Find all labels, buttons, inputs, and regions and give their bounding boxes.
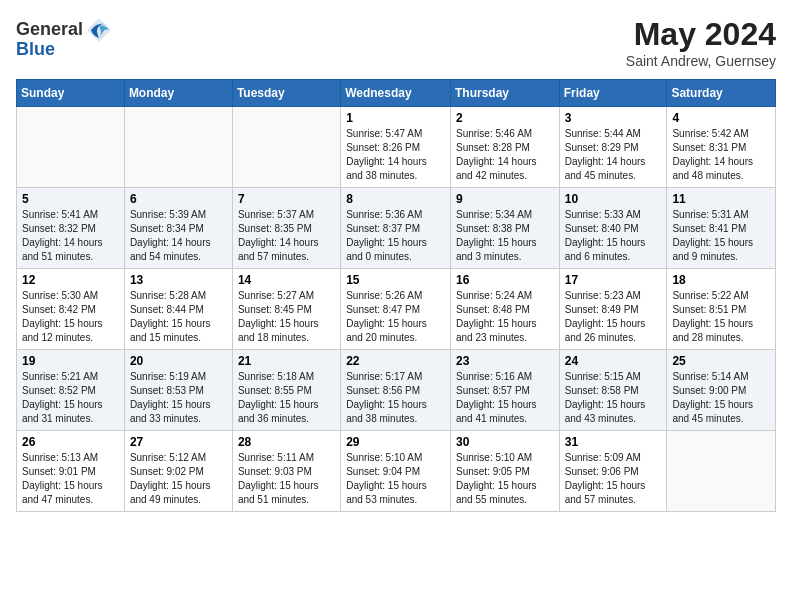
day-number: 8 xyxy=(346,192,445,206)
day-cell: 18 Sunrise: 5:22 AMSunset: 8:51 PMDaylig… xyxy=(667,269,776,350)
day-number: 3 xyxy=(565,111,662,125)
day-cell: 2 Sunrise: 5:46 AMSunset: 8:28 PMDayligh… xyxy=(450,107,559,188)
day-number: 31 xyxy=(565,435,662,449)
location: Saint Andrew, Guernsey xyxy=(626,53,776,69)
day-number: 9 xyxy=(456,192,554,206)
day-info: Sunrise: 5:42 AMSunset: 8:31 PMDaylight:… xyxy=(672,127,770,183)
day-cell xyxy=(232,107,340,188)
day-number: 30 xyxy=(456,435,554,449)
day-cell: 23 Sunrise: 5:16 AMSunset: 8:57 PMDaylig… xyxy=(450,350,559,431)
day-info: Sunrise: 5:28 AMSunset: 8:44 PMDaylight:… xyxy=(130,289,227,345)
day-number: 19 xyxy=(22,354,119,368)
day-cell: 30 Sunrise: 5:10 AMSunset: 9:05 PMDaylig… xyxy=(450,431,559,512)
day-number: 24 xyxy=(565,354,662,368)
day-info: Sunrise: 5:30 AMSunset: 8:42 PMDaylight:… xyxy=(22,289,119,345)
day-number: 6 xyxy=(130,192,227,206)
page-header: General Blue May 2024 Saint Andrew, Guer… xyxy=(16,16,776,69)
day-number: 25 xyxy=(672,354,770,368)
day-number: 26 xyxy=(22,435,119,449)
day-number: 4 xyxy=(672,111,770,125)
day-number: 22 xyxy=(346,354,445,368)
week-row-1: 1 Sunrise: 5:47 AMSunset: 8:26 PMDayligh… xyxy=(17,107,776,188)
day-info: Sunrise: 5:14 AMSunset: 9:00 PMDaylight:… xyxy=(672,370,770,426)
day-info: Sunrise: 5:21 AMSunset: 8:52 PMDaylight:… xyxy=(22,370,119,426)
day-info: Sunrise: 5:39 AMSunset: 8:34 PMDaylight:… xyxy=(130,208,227,264)
day-number: 16 xyxy=(456,273,554,287)
day-cell: 28 Sunrise: 5:11 AMSunset: 9:03 PMDaylig… xyxy=(232,431,340,512)
week-row-3: 12 Sunrise: 5:30 AMSunset: 8:42 PMDaylig… xyxy=(17,269,776,350)
day-cell: 9 Sunrise: 5:34 AMSunset: 8:38 PMDayligh… xyxy=(450,188,559,269)
day-info: Sunrise: 5:12 AMSunset: 9:02 PMDaylight:… xyxy=(130,451,227,507)
day-cell: 5 Sunrise: 5:41 AMSunset: 8:32 PMDayligh… xyxy=(17,188,125,269)
day-cell: 8 Sunrise: 5:36 AMSunset: 8:37 PMDayligh… xyxy=(341,188,451,269)
day-number: 28 xyxy=(238,435,335,449)
day-cell: 27 Sunrise: 5:12 AMSunset: 9:02 PMDaylig… xyxy=(124,431,232,512)
day-info: Sunrise: 5:13 AMSunset: 9:01 PMDaylight:… xyxy=(22,451,119,507)
day-cell xyxy=(124,107,232,188)
day-number: 7 xyxy=(238,192,335,206)
day-number: 11 xyxy=(672,192,770,206)
week-row-5: 26 Sunrise: 5:13 AMSunset: 9:01 PMDaylig… xyxy=(17,431,776,512)
calendar-table: SundayMondayTuesdayWednesdayThursdayFrid… xyxy=(16,79,776,512)
logo-blue: Blue xyxy=(16,40,55,60)
day-number: 23 xyxy=(456,354,554,368)
day-info: Sunrise: 5:16 AMSunset: 8:57 PMDaylight:… xyxy=(456,370,554,426)
day-info: Sunrise: 5:17 AMSunset: 8:56 PMDaylight:… xyxy=(346,370,445,426)
day-cell: 26 Sunrise: 5:13 AMSunset: 9:01 PMDaylig… xyxy=(17,431,125,512)
day-cell: 4 Sunrise: 5:42 AMSunset: 8:31 PMDayligh… xyxy=(667,107,776,188)
weekday-header-monday: Monday xyxy=(124,80,232,107)
day-info: Sunrise: 5:36 AMSunset: 8:37 PMDaylight:… xyxy=(346,208,445,264)
day-cell: 12 Sunrise: 5:30 AMSunset: 8:42 PMDaylig… xyxy=(17,269,125,350)
day-cell: 24 Sunrise: 5:15 AMSunset: 8:58 PMDaylig… xyxy=(559,350,667,431)
day-info: Sunrise: 5:46 AMSunset: 8:28 PMDaylight:… xyxy=(456,127,554,183)
day-number: 15 xyxy=(346,273,445,287)
logo-general: General xyxy=(16,20,83,40)
day-info: Sunrise: 5:15 AMSunset: 8:58 PMDaylight:… xyxy=(565,370,662,426)
day-cell: 3 Sunrise: 5:44 AMSunset: 8:29 PMDayligh… xyxy=(559,107,667,188)
weekday-header-sunday: Sunday xyxy=(17,80,125,107)
week-row-4: 19 Sunrise: 5:21 AMSunset: 8:52 PMDaylig… xyxy=(17,350,776,431)
day-info: Sunrise: 5:24 AMSunset: 8:48 PMDaylight:… xyxy=(456,289,554,345)
day-cell: 25 Sunrise: 5:14 AMSunset: 9:00 PMDaylig… xyxy=(667,350,776,431)
day-number: 5 xyxy=(22,192,119,206)
week-row-2: 5 Sunrise: 5:41 AMSunset: 8:32 PMDayligh… xyxy=(17,188,776,269)
day-info: Sunrise: 5:26 AMSunset: 8:47 PMDaylight:… xyxy=(346,289,445,345)
weekday-header-saturday: Saturday xyxy=(667,80,776,107)
day-cell: 17 Sunrise: 5:23 AMSunset: 8:49 PMDaylig… xyxy=(559,269,667,350)
day-number: 29 xyxy=(346,435,445,449)
day-info: Sunrise: 5:33 AMSunset: 8:40 PMDaylight:… xyxy=(565,208,662,264)
day-number: 21 xyxy=(238,354,335,368)
day-number: 12 xyxy=(22,273,119,287)
day-number: 2 xyxy=(456,111,554,125)
day-info: Sunrise: 5:27 AMSunset: 8:45 PMDaylight:… xyxy=(238,289,335,345)
day-cell: 1 Sunrise: 5:47 AMSunset: 8:26 PMDayligh… xyxy=(341,107,451,188)
logo-icon xyxy=(85,16,113,44)
day-cell: 21 Sunrise: 5:18 AMSunset: 8:55 PMDaylig… xyxy=(232,350,340,431)
day-cell: 6 Sunrise: 5:39 AMSunset: 8:34 PMDayligh… xyxy=(124,188,232,269)
day-cell: 7 Sunrise: 5:37 AMSunset: 8:35 PMDayligh… xyxy=(232,188,340,269)
day-cell: 14 Sunrise: 5:27 AMSunset: 8:45 PMDaylig… xyxy=(232,269,340,350)
day-cell xyxy=(17,107,125,188)
day-cell: 22 Sunrise: 5:17 AMSunset: 8:56 PMDaylig… xyxy=(341,350,451,431)
day-cell: 15 Sunrise: 5:26 AMSunset: 8:47 PMDaylig… xyxy=(341,269,451,350)
day-cell xyxy=(667,431,776,512)
day-number: 18 xyxy=(672,273,770,287)
day-number: 1 xyxy=(346,111,445,125)
day-cell: 29 Sunrise: 5:10 AMSunset: 9:04 PMDaylig… xyxy=(341,431,451,512)
weekday-header-friday: Friday xyxy=(559,80,667,107)
day-cell: 11 Sunrise: 5:31 AMSunset: 8:41 PMDaylig… xyxy=(667,188,776,269)
day-cell: 19 Sunrise: 5:21 AMSunset: 8:52 PMDaylig… xyxy=(17,350,125,431)
day-info: Sunrise: 5:09 AMSunset: 9:06 PMDaylight:… xyxy=(565,451,662,507)
weekday-header-thursday: Thursday xyxy=(450,80,559,107)
day-number: 17 xyxy=(565,273,662,287)
weekday-header-tuesday: Tuesday xyxy=(232,80,340,107)
day-cell: 13 Sunrise: 5:28 AMSunset: 8:44 PMDaylig… xyxy=(124,269,232,350)
logo: General Blue xyxy=(16,16,113,60)
day-cell: 31 Sunrise: 5:09 AMSunset: 9:06 PMDaylig… xyxy=(559,431,667,512)
day-info: Sunrise: 5:31 AMSunset: 8:41 PMDaylight:… xyxy=(672,208,770,264)
day-info: Sunrise: 5:41 AMSunset: 8:32 PMDaylight:… xyxy=(22,208,119,264)
day-number: 14 xyxy=(238,273,335,287)
day-info: Sunrise: 5:19 AMSunset: 8:53 PMDaylight:… xyxy=(130,370,227,426)
day-info: Sunrise: 5:11 AMSunset: 9:03 PMDaylight:… xyxy=(238,451,335,507)
day-number: 20 xyxy=(130,354,227,368)
